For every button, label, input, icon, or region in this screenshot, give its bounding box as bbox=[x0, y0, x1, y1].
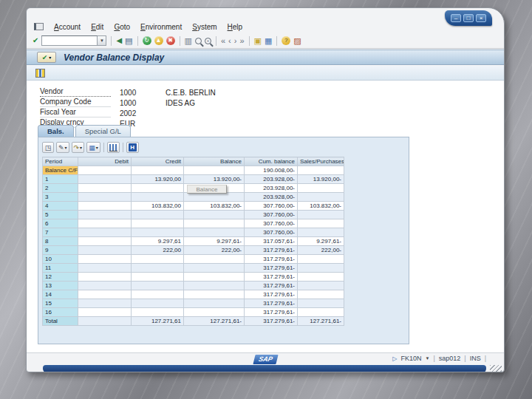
cell-credit[interactable] bbox=[132, 166, 184, 175]
table-row[interactable]: 9222,00222,00-317.279,61-222,00- bbox=[43, 246, 344, 255]
cell-credit[interactable] bbox=[132, 211, 184, 219]
cell-debit[interactable] bbox=[78, 237, 132, 246]
table-row[interactable]: 89.297,619.297,61-317.057,61-9.297,61- bbox=[43, 237, 344, 246]
column-header-credit[interactable]: Credit bbox=[132, 157, 184, 166]
cell-debit[interactable] bbox=[78, 290, 132, 299]
cell-period[interactable]: 15 bbox=[43, 299, 78, 308]
cell-sales-purchases[interactable] bbox=[298, 264, 344, 273]
customize-layout-icon[interactable]: ▨ bbox=[293, 36, 301, 45]
previous-page-icon[interactable]: ‹ bbox=[228, 36, 231, 45]
cell-cum-balance[interactable]: 307.760,00- bbox=[245, 228, 298, 237]
cell-debit[interactable] bbox=[78, 255, 132, 264]
cell-credit[interactable] bbox=[132, 184, 184, 193]
bar-chart-icon[interactable] bbox=[107, 142, 120, 153]
cell-period[interactable]: 2 bbox=[43, 184, 78, 193]
cell-period[interactable]: 11 bbox=[43, 264, 78, 273]
cell-balance[interactable] bbox=[184, 166, 245, 175]
cell-debit[interactable] bbox=[78, 219, 132, 228]
cell-sales-purchases[interactable] bbox=[298, 255, 344, 264]
cell-sales-purchases[interactable] bbox=[298, 219, 344, 228]
cell-credit[interactable] bbox=[132, 228, 184, 237]
cell-credit[interactable]: 127.271,61 bbox=[132, 317, 184, 326]
cell-balance[interactable] bbox=[184, 290, 245, 299]
cell-period[interactable]: 14 bbox=[43, 290, 78, 299]
cell-sales-purchases[interactable] bbox=[298, 308, 344, 317]
cell-sales-purchases[interactable]: 9.297,61- bbox=[298, 237, 344, 246]
table-row[interactable]: 7307.760,00- bbox=[43, 228, 344, 237]
cell-sales-purchases[interactable]: 222,00- bbox=[298, 246, 344, 255]
menu-item-help[interactable]: Help bbox=[228, 23, 243, 31]
cell-balance[interactable] bbox=[184, 308, 245, 317]
find-next-icon[interactable]: + bbox=[205, 38, 211, 44]
cell-credit[interactable] bbox=[132, 255, 184, 264]
cell-credit[interactable]: 222,00 bbox=[132, 246, 184, 255]
table-row[interactable]: Total127.271,61127.271,61-317.279,61-127… bbox=[43, 317, 344, 326]
cell-sales-purchases[interactable]: 13.920,00- bbox=[298, 175, 344, 184]
column-header-debit[interactable]: Debit bbox=[78, 157, 132, 166]
chevron-down-icon[interactable]: ▼ bbox=[425, 356, 429, 361]
table-row[interactable]: 16317.279,61- bbox=[43, 308, 344, 317]
cell-sales-purchases[interactable] bbox=[298, 184, 344, 193]
cell-credit[interactable] bbox=[132, 219, 184, 228]
cell-cum-balance[interactable]: 317.279,61- bbox=[245, 317, 298, 326]
cell-period[interactable]: 7 bbox=[43, 228, 78, 237]
cell-balance[interactable] bbox=[184, 211, 245, 219]
menu-item-system[interactable]: System bbox=[192, 23, 216, 31]
cell-cum-balance[interactable]: 317.279,61- bbox=[245, 290, 298, 299]
cell-credit[interactable] bbox=[132, 299, 184, 308]
cell-cum-balance[interactable]: 307.760,00- bbox=[245, 202, 298, 211]
print-icon[interactable]: ▥ bbox=[185, 36, 192, 45]
cell-cum-balance[interactable]: 203.928,00- bbox=[245, 175, 298, 184]
cell-cum-balance[interactable]: 203.928,00- bbox=[245, 184, 298, 193]
cell-balance[interactable]: 13.920,00- bbox=[184, 175, 245, 184]
cell-credit[interactable] bbox=[132, 273, 184, 282]
cell-credit[interactable] bbox=[132, 282, 184, 290]
exit-icon[interactable]: ▲ bbox=[154, 36, 163, 45]
cell-period[interactable]: 3 bbox=[43, 193, 78, 202]
close-button[interactable]: × bbox=[476, 14, 486, 22]
cell-period[interactable]: 13 bbox=[43, 282, 78, 290]
cell-debit[interactable] bbox=[78, 228, 132, 237]
cell-cum-balance[interactable]: 203.928,00- bbox=[245, 193, 298, 202]
table-row[interactable]: 12317.279,61- bbox=[43, 273, 344, 282]
cell-debit[interactable] bbox=[78, 282, 132, 290]
status-expand-icon[interactable]: ▷ bbox=[392, 355, 397, 362]
cell-cum-balance[interactable]: 317.279,61- bbox=[245, 308, 298, 317]
cell-balance[interactable] bbox=[184, 264, 245, 273]
cell-debit[interactable] bbox=[78, 175, 132, 184]
cell-period[interactable]: 1 bbox=[43, 175, 78, 184]
cell-period[interactable]: 6 bbox=[43, 219, 78, 228]
maximize-button[interactable]: □ bbox=[463, 14, 474, 22]
next-page-icon[interactable]: › bbox=[234, 36, 237, 45]
cell-balance[interactable] bbox=[184, 255, 245, 264]
cell-credit[interactable]: 103.832,00 bbox=[132, 202, 184, 211]
minimize-button[interactable]: – bbox=[451, 14, 461, 22]
cell-credit[interactable]: 9.297,61 bbox=[132, 237, 184, 246]
table-row[interactable]: Balance C/F190.008,00- bbox=[43, 166, 344, 175]
cell-cum-balance[interactable]: 307.760,00- bbox=[245, 211, 298, 219]
enter-icon[interactable]: ✔ bbox=[33, 36, 38, 45]
cell-credit[interactable] bbox=[132, 290, 184, 299]
tab-bals-[interactable]: Bals. bbox=[38, 125, 74, 137]
column-header-cum-balance[interactable]: Cum. balance bbox=[245, 157, 298, 166]
cell-period[interactable]: 9 bbox=[43, 246, 78, 255]
cell-period[interactable]: 8 bbox=[43, 237, 78, 246]
column-header-sales-purchases[interactable]: Sales/Purchases bbox=[298, 157, 344, 166]
sort-icon[interactable]: ✎▾ bbox=[56, 142, 69, 153]
column-header-period[interactable]: Period bbox=[43, 157, 78, 166]
cell-cum-balance[interactable]: 317.279,61- bbox=[245, 255, 298, 264]
cell-sales-purchases[interactable] bbox=[298, 166, 344, 175]
help-icon[interactable]: ? bbox=[282, 36, 290, 45]
cell-period[interactable]: 16 bbox=[43, 308, 78, 317]
cell-credit[interactable] bbox=[132, 193, 184, 202]
cell-balance[interactable]: 127.271,61- bbox=[184, 317, 245, 326]
cell-balance[interactable]: 103.832,00- bbox=[184, 202, 245, 211]
system-menu-icon[interactable] bbox=[34, 23, 44, 30]
cell-balance[interactable] bbox=[184, 219, 245, 228]
cell-sales-purchases[interactable] bbox=[298, 193, 344, 202]
table-row[interactable]: 10317.279,61- bbox=[43, 255, 344, 264]
last-page-icon[interactable]: » bbox=[239, 36, 244, 45]
cell-debit[interactable] bbox=[78, 211, 132, 219]
cell-cum-balance[interactable]: 317.279,61- bbox=[245, 264, 298, 273]
cell-cum-balance[interactable]: 317.279,61- bbox=[245, 282, 298, 290]
